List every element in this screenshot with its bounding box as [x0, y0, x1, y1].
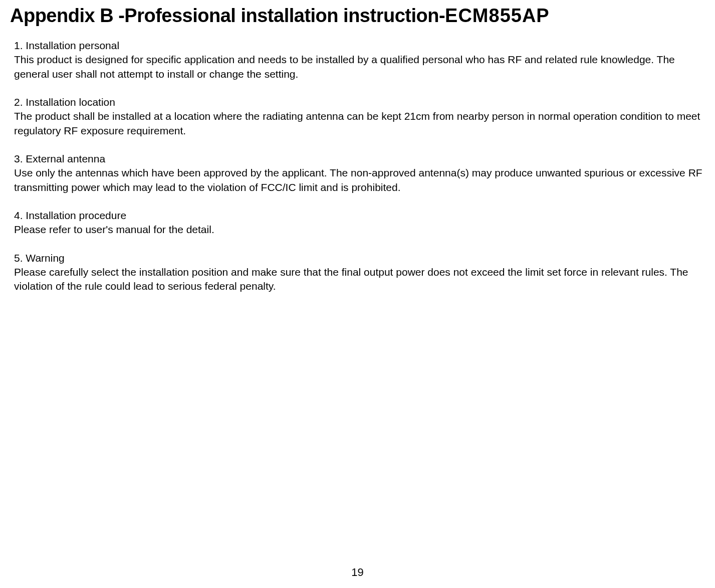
- content-body: 1. Installation personal This product is…: [10, 39, 705, 294]
- section-1: 1. Installation personal This product is…: [14, 39, 705, 81]
- section-heading: 1. Installation personal: [14, 39, 705, 53]
- section-2: 2. Installation location The product sha…: [14, 95, 705, 138]
- title-model: ECM855AP: [445, 5, 550, 26]
- section-body: This product is designed for specific ap…: [14, 53, 705, 81]
- title-main: Appendix B -Professional installation in…: [10, 5, 445, 26]
- section-heading: 5. Warning: [14, 251, 705, 265]
- section-5: 5. Warning Please carefully select the i…: [14, 251, 705, 294]
- section-3: 3. External antenna Use only the antenna…: [14, 152, 705, 194]
- section-heading: 2. Installation location: [14, 95, 705, 109]
- section-heading: 4. Installation procedure: [14, 209, 705, 223]
- section-heading: 3. External antenna: [14, 152, 705, 166]
- section-4: 4. Installation procedure Please refer t…: [14, 209, 705, 237]
- section-body: Use only the antennas which have been ap…: [14, 166, 705, 194]
- document-page: Appendix B -Professional installation in…: [0, 0, 715, 294]
- section-body: Please refer to user's manual for the de…: [14, 223, 705, 237]
- page-title: Appendix B -Professional installation in…: [10, 5, 705, 27]
- section-body: Please carefully select the installation…: [14, 265, 705, 294]
- section-body: The product shall be installed at a loca…: [14, 109, 705, 138]
- page-number: 19: [351, 566, 363, 579]
